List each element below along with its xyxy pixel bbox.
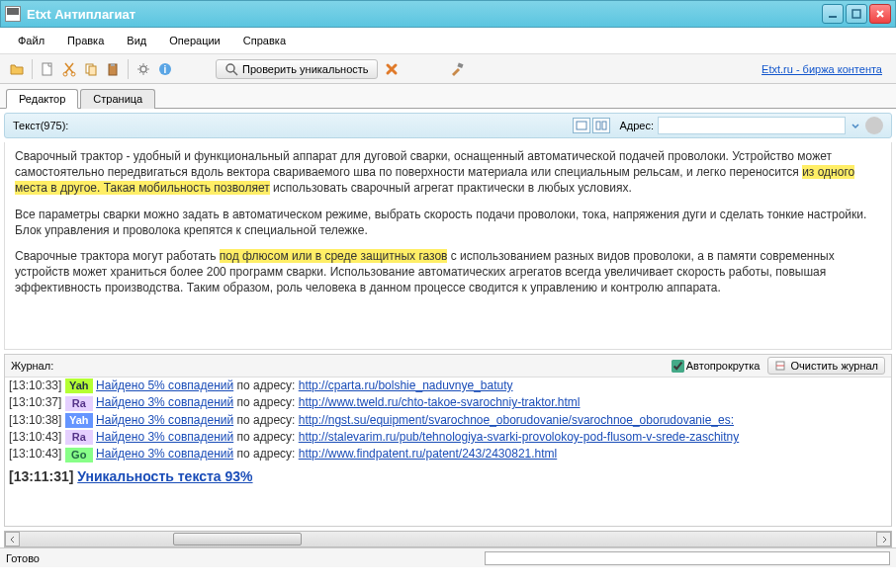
menu-edit[interactable]: Правка <box>57 32 114 49</box>
log-ts: [13:10:37] <box>9 395 61 409</box>
log-found-link[interactable]: Найдено 3% совпадений <box>96 413 233 427</box>
log-ts: [13:10:43] <box>9 430 61 444</box>
settings-icon[interactable] <box>134 59 153 79</box>
go-button[interactable] <box>865 117 883 134</box>
log-addr-text: по адресу: <box>233 447 299 461</box>
log-addr-text: по адресу: <box>233 413 299 427</box>
menu-help[interactable]: Справка <box>233 32 296 49</box>
log-ts: [13:10:38] <box>9 413 61 427</box>
menubar: Файл Правка Вид Операции Справка <box>0 28 896 54</box>
menu-operations[interactable]: Операции <box>159 32 229 49</box>
text-p3-highlight: под флюсом или в среде защитных газов <box>220 249 448 263</box>
status-text: Готово <box>6 552 40 564</box>
autoscroll-checkbox[interactable] <box>672 360 684 373</box>
log-panel: Журнал: Автопрокрутка Очистить журнал [1… <box>4 354 892 527</box>
scrollbar-thumb[interactable] <box>173 533 302 546</box>
svg-rect-0 <box>829 16 837 18</box>
log-addr-text: по адресу: <box>233 430 299 444</box>
etxt-link[interactable]: Etxt.ru - биржа контента <box>762 63 882 75</box>
tab-editor[interactable]: Редактор <box>6 89 78 109</box>
log-ts: [13:11:31] <box>9 468 73 484</box>
tabs: Редактор Страница <box>0 84 896 109</box>
log-addr-text: по адресу: <box>233 395 299 409</box>
svg-rect-1 <box>852 10 860 18</box>
scroll-right-arrow[interactable] <box>876 532 891 546</box>
address-dropdown-icon[interactable] <box>850 120 861 131</box>
svg-point-12 <box>226 64 234 72</box>
log-url[interactable]: http://ngst.su/equipment/svarochnoe_obor… <box>299 413 734 427</box>
log-ts: [13:10:43] <box>9 447 61 461</box>
maximize-button[interactable] <box>846 4 867 24</box>
engine-badge: Go <box>65 448 93 462</box>
log-found-link[interactable]: Найдено 3% совпадений <box>96 395 233 409</box>
svg-text:i: i <box>164 64 167 75</box>
log-header: Журнал: Автопрокрутка Очистить журнал <box>5 355 891 378</box>
log-url[interactable]: http://www.findpatent.ru/patent/243/2430… <box>299 447 558 461</box>
clear-log-button[interactable]: Очистить журнал <box>767 357 885 375</box>
log-body[interactable]: [13:10:33] Yah Найдено 5% совпадений по … <box>5 378 891 526</box>
autoscroll-label: Автопрокрутка <box>686 360 761 372</box>
log-ts: [13:10:33] <box>9 378 61 392</box>
text-p1-b: использовать сварочный агрегат практичес… <box>270 181 632 195</box>
text-p3-a: Сварочные трактора могут работать <box>15 249 220 263</box>
log-row: [13:10:43] Go Найдено 3% совпадений по а… <box>9 446 887 462</box>
log-found-link[interactable]: Найдено 3% совпадений <box>96 430 233 444</box>
svg-rect-13 <box>457 62 463 67</box>
log-addr-text: по адресу: <box>233 378 299 392</box>
log-url[interactable]: http://cparta.ru/bolshie_naduvnye_batuty <box>299 378 513 392</box>
open-folder-icon[interactable] <box>7 59 27 79</box>
titlebar: Etxt Антиплагиат <box>0 0 896 28</box>
paste-icon[interactable] <box>103 59 123 79</box>
menu-file[interactable]: Файл <box>8 32 54 49</box>
view-mode-2-button[interactable] <box>592 118 610 133</box>
log-found-link[interactable]: Найдено 5% совпадений <box>96 378 233 392</box>
log-label: Журнал: <box>11 360 53 372</box>
menu-view[interactable]: Вид <box>117 32 156 49</box>
svg-rect-14 <box>577 122 586 129</box>
text-p1-a: Сварочный трактор - удобный и функционал… <box>15 149 832 179</box>
cut-icon[interactable] <box>59 59 79 79</box>
address-input[interactable] <box>658 117 846 134</box>
svg-rect-15 <box>596 122 600 129</box>
engine-badge: Yah <box>65 378 93 393</box>
minimize-button[interactable] <box>822 4 844 24</box>
log-row: [13:10:38] Yah Найдено 3% совпадений по … <box>9 412 887 429</box>
scroll-left-arrow[interactable] <box>5 532 20 546</box>
engine-badge: Ra <box>65 430 93 445</box>
engine-badge: Ra <box>65 396 93 411</box>
copy-icon[interactable] <box>81 59 101 79</box>
clear-icon <box>774 360 786 372</box>
hammer-icon[interactable] <box>449 61 465 77</box>
toolbar: i Проверить уникальность Etxt.ru - биржа… <box>0 54 896 84</box>
progress-bar <box>485 551 890 565</box>
log-url[interactable]: http://www.tweld.ru/chto-takoe-svarochni… <box>299 395 581 409</box>
log-unique-row: [13:11:31] Уникальность текста 93% <box>9 467 887 485</box>
editor-header: Текст(975): Адрес: <box>4 113 892 138</box>
editor-text-area[interactable]: Сварочный трактор - удобный и функционал… <box>4 142 892 350</box>
new-doc-icon[interactable] <box>38 59 57 79</box>
svg-point-9 <box>140 66 146 72</box>
engine-badge: Yah <box>65 413 93 428</box>
horizontal-scrollbar[interactable] <box>4 531 892 547</box>
svg-rect-16 <box>602 122 606 129</box>
svg-rect-8 <box>111 63 115 66</box>
log-row: [13:10:37] Ra Найдено 3% совпадений по а… <box>9 394 887 411</box>
log-found-link[interactable]: Найдено 3% совпадений <box>96 447 233 461</box>
tab-page[interactable]: Страница <box>80 89 155 109</box>
close-button[interactable] <box>869 4 891 24</box>
search-icon <box>224 62 238 76</box>
check-uniqueness-button[interactable]: Проверить уникальность <box>216 59 378 79</box>
svg-rect-6 <box>89 66 96 75</box>
cancel-icon[interactable] <box>384 61 400 77</box>
check-uniqueness-label: Проверить уникальность <box>242 63 369 75</box>
log-url[interactable]: http://stalevarim.ru/pub/tehnologiya-sva… <box>299 430 740 444</box>
info-icon[interactable]: i <box>155 59 175 79</box>
statusbar: Готово <box>0 547 896 567</box>
clear-log-label: Очистить журнал <box>790 360 878 372</box>
address-label: Адрес: <box>619 120 654 131</box>
view-mode-1-button[interactable] <box>573 118 590 133</box>
log-row: [13:10:33] Yah Найдено 5% совпадений по … <box>9 378 887 394</box>
text-p2: Все параметры сварки можно задать в авто… <box>15 207 881 238</box>
svg-rect-2 <box>43 63 51 75</box>
uniqueness-result[interactable]: Уникальность текста 93% <box>77 468 252 484</box>
